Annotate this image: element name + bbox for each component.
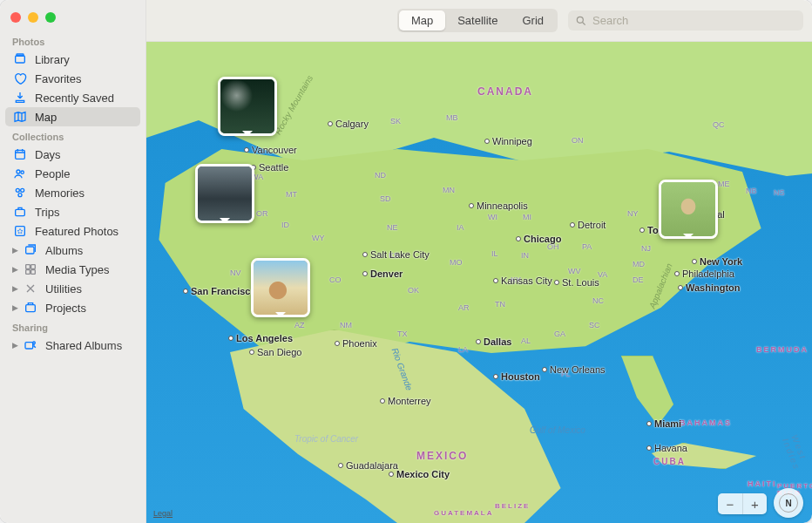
svg-rect-8 <box>16 209 25 215</box>
chevron-right-icon[interactable]: ▶ <box>10 265 19 274</box>
city-label: New Orleans <box>542 364 606 375</box>
chevron-right-icon[interactable]: ▶ <box>10 303 19 312</box>
city-label: Denver <box>362 268 403 279</box>
window-controls <box>0 7 145 31</box>
sidebar-item-label: Recently Saved <box>35 92 114 105</box>
sidebar-item-label: Library <box>35 53 70 66</box>
zoom-out-button[interactable]: − <box>718 493 742 514</box>
sidebar-item-people[interactable]: People <box>0 164 145 183</box>
sidebar-item-utilities[interactable]: ▶ Utilities <box>0 279 145 298</box>
map-icon <box>12 110 28 124</box>
svg-rect-2 <box>16 150 25 159</box>
minimize-window-button[interactable] <box>28 12 38 23</box>
utilities-icon <box>23 282 38 295</box>
sidebar-item-label: Media Types <box>45 263 109 276</box>
sidebar-item-label: Trips <box>35 206 59 219</box>
search-input[interactable] <box>592 14 796 27</box>
photo-cluster[interactable]: 102 <box>251 258 310 317</box>
city-label: Minneapolis <box>469 200 528 211</box>
chevron-right-icon[interactable]: ▶ <box>10 341 19 350</box>
sidebar-item-shared-albums[interactable]: ▶ Shared Albums <box>0 336 145 355</box>
city-label: Miami <box>646 418 681 429</box>
sidebar-item-memories[interactable]: Memories <box>0 183 145 202</box>
suitcase-icon <box>12 205 28 219</box>
city-label: Los Angeles <box>228 333 293 343</box>
close-window-button[interactable] <box>10 12 21 23</box>
sidebar-item-map[interactable]: Map <box>5 107 140 126</box>
city-label: Winnipeg <box>484 136 532 146</box>
sidebar-item-recently-saved[interactable]: Recently Saved <box>0 88 145 107</box>
svg-point-18 <box>577 17 583 23</box>
view-tab-map[interactable]: Map <box>399 10 445 31</box>
country-label: BAHAMAS <box>680 418 732 427</box>
shared-albums-icon <box>23 338 38 352</box>
photo-cluster[interactable]: 7 <box>659 180 718 239</box>
country-label: CANADA <box>477 85 533 98</box>
view-mode-segmented: Map Satellite Grid <box>397 9 558 32</box>
cluster-count: 102 <box>254 295 281 315</box>
svg-rect-1 <box>17 54 24 56</box>
svg-rect-15 <box>26 305 36 312</box>
city-label: Vancouver <box>244 145 297 155</box>
svg-point-6 <box>21 188 24 192</box>
zoom-in-button[interactable]: + <box>742 493 767 514</box>
city-label: San Diego <box>249 347 301 357</box>
map-view[interactable]: CANADA MEXICO CUBA BAHAMAS HAITI BERMUDA… <box>146 42 812 523</box>
sidebar-section-photos: Photos <box>0 31 145 50</box>
country-label: BELIZE <box>495 502 530 510</box>
svg-rect-12 <box>31 265 36 269</box>
sidebar-section-collections: Collections <box>0 126 145 145</box>
photo-cluster[interactable]: 9 <box>218 77 277 136</box>
svg-rect-14 <box>31 270 36 275</box>
legal-link[interactable]: Legal <box>153 509 173 518</box>
compass-button[interactable]: N <box>774 488 803 518</box>
svg-rect-11 <box>26 265 30 269</box>
city-label: Philadelphia <box>674 268 734 279</box>
sidebar-item-media-types[interactable]: ▶ Media Types <box>0 260 145 279</box>
chevron-right-icon[interactable]: ▶ <box>10 246 19 255</box>
search-field[interactable] <box>568 10 803 31</box>
photo-cluster[interactable]: 15 <box>195 164 254 223</box>
city-label: Salt Lake City <box>362 249 430 260</box>
albums-icon <box>23 243 38 257</box>
sidebar: Photos Library Favorites Recently Saved … <box>0 0 146 523</box>
svg-point-3 <box>17 170 20 173</box>
sidebar-item-trips[interactable]: Trips <box>0 202 145 221</box>
country-label: CUBA <box>653 457 686 466</box>
feature-label: Gulf of Mexico <box>530 425 585 435</box>
people-icon <box>12 166 28 180</box>
svg-rect-0 <box>16 56 25 63</box>
fullscreen-window-button[interactable] <box>45 12 56 23</box>
view-tab-grid[interactable]: Grid <box>510 10 556 31</box>
city-label: Monterrey <box>380 396 431 406</box>
svg-point-17 <box>33 342 36 344</box>
sidebar-item-label: Projects <box>45 302 86 315</box>
sidebar-item-label: Map <box>35 111 57 124</box>
chevron-right-icon[interactable]: ▶ <box>10 284 19 293</box>
city-label: San Francisco <box>183 286 256 296</box>
sidebar-item-label: Featured Photos <box>35 225 118 238</box>
svg-point-5 <box>16 188 19 192</box>
sidebar-item-featured-photos[interactable]: Featured Photos <box>0 221 145 241</box>
svg-rect-16 <box>25 343 33 349</box>
sidebar-item-favorites[interactable]: Favorites <box>0 69 145 88</box>
sidebar-item-library[interactable]: Library <box>0 50 145 69</box>
city-label: Mexico City <box>389 469 450 479</box>
sidebar-item-days[interactable]: Days <box>0 145 145 164</box>
view-tab-satellite[interactable]: Satellite <box>445 10 510 31</box>
sidebar-item-label: Utilities <box>45 282 82 295</box>
download-icon <box>12 91 28 105</box>
feature-label: Tropic of Cancer <box>294 434 358 444</box>
sidebar-item-label: Albums <box>45 244 83 257</box>
heart-icon <box>12 71 28 85</box>
svg-rect-10 <box>26 247 34 254</box>
city-label: New York <box>692 256 742 267</box>
projects-icon <box>23 301 38 315</box>
city-label: Seattle <box>251 162 288 173</box>
sidebar-item-albums[interactable]: ▶ Albums <box>0 241 145 260</box>
memories-icon <box>12 186 28 200</box>
sidebar-item-projects[interactable]: ▶ Projects <box>0 298 145 317</box>
city-label: Calgary <box>328 119 369 129</box>
cluster-count: 15 <box>198 201 220 221</box>
star-frame-icon <box>12 224 28 238</box>
